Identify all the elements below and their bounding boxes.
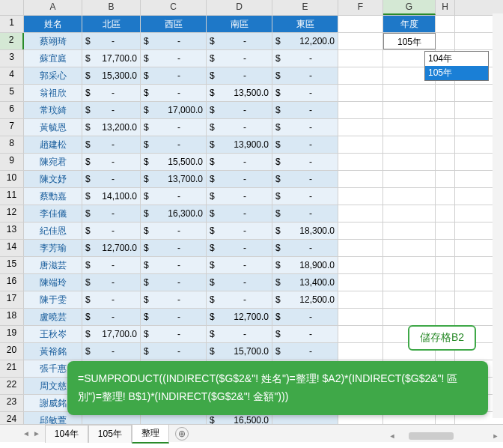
cell[interactable]	[436, 257, 455, 273]
data-cell[interactable]: $13,500.0	[207, 85, 272, 101]
cell[interactable]	[338, 309, 383, 325]
data-cell[interactable]: $12,500.0	[272, 291, 338, 308]
data-cell[interactable]: $-	[207, 205, 272, 222]
data-cell[interactable]: $-	[141, 291, 207, 308]
data-cell[interactable]: $17,700.0	[82, 326, 141, 342]
data-cell[interactable]: $-	[82, 291, 141, 308]
col-head-d[interactable]: D	[207, 0, 272, 15]
data-cell[interactable]: $-	[272, 240, 338, 256]
data-cell[interactable]: $-	[272, 119, 338, 136]
name-cell[interactable]: 黃裕銘	[24, 343, 82, 360]
data-cell[interactable]: $-	[207, 188, 272, 205]
col-head-f[interactable]: F	[338, 0, 383, 15]
cell[interactable]	[383, 119, 436, 136]
cell[interactable]	[383, 309, 436, 325]
row-num[interactable]: 14	[0, 240, 24, 256]
cell[interactable]	[383, 154, 436, 170]
name-cell[interactable]: 趙建松	[24, 136, 82, 153]
row-num[interactable]: 22	[0, 378, 24, 394]
data-cell[interactable]: $-	[82, 257, 141, 273]
name-cell[interactable]: 常玟綺	[24, 102, 82, 118]
data-cell[interactable]: $-	[207, 223, 272, 239]
data-cell[interactable]: $17,000.0	[141, 102, 207, 118]
cell[interactable]	[338, 16, 383, 32]
data-cell[interactable]: $-	[272, 50, 338, 67]
col-head-h[interactable]: H	[436, 0, 455, 15]
data-cell[interactable]: $17,700.0	[82, 50, 141, 67]
col-head-b[interactable]: B	[82, 0, 141, 15]
row-num[interactable]: 1	[0, 16, 24, 32]
cell[interactable]	[436, 291, 455, 308]
data-cell[interactable]: $-	[82, 274, 141, 291]
data-cell[interactable]: $-	[82, 102, 141, 118]
data-cell[interactable]: $13,400.0	[272, 274, 338, 291]
cell[interactable]	[338, 223, 383, 239]
row-num[interactable]: 16	[0, 274, 24, 291]
name-cell[interactable]: 紀佳恩	[24, 223, 82, 239]
cell[interactable]	[338, 33, 383, 49]
cell[interactable]	[338, 67, 383, 84]
name-cell[interactable]: 陳于雯	[24, 291, 82, 308]
scroll-right-icon[interactable]: ►	[491, 432, 500, 440]
cell[interactable]	[338, 291, 383, 308]
data-cell[interactable]: $13,700.0	[141, 171, 207, 187]
name-cell[interactable]: 郭采心	[24, 67, 82, 84]
data-cell[interactable]: $-	[141, 240, 207, 256]
data-cell[interactable]: $-	[141, 309, 207, 325]
cell[interactable]	[338, 50, 383, 67]
data-cell[interactable]: $14,100.0	[82, 188, 141, 205]
row-num[interactable]: 10	[0, 171, 24, 187]
cell[interactable]	[383, 171, 436, 187]
name-cell[interactable]: 蘇宜庭	[24, 50, 82, 67]
data-cell[interactable]: $-	[141, 257, 207, 273]
row-num[interactable]: 15	[0, 257, 24, 273]
cell[interactable]	[436, 171, 455, 187]
data-cell[interactable]: $-	[82, 223, 141, 239]
row-num[interactable]: 7	[0, 119, 24, 136]
cell[interactable]	[338, 119, 383, 136]
data-cell[interactable]: $-	[272, 171, 338, 187]
data-cell[interactable]: $-	[272, 67, 338, 84]
cell[interactable]	[338, 205, 383, 222]
tab-104[interactable]: 104年	[45, 425, 88, 443]
name-cell[interactable]: 黃毓恩	[24, 119, 82, 136]
data-cell[interactable]: $-	[82, 85, 141, 101]
row-num[interactable]: 19	[0, 326, 24, 342]
hdr-south[interactable]: 南區	[207, 16, 272, 32]
data-cell[interactable]: $-	[207, 240, 272, 256]
hdr-north[interactable]: 北區	[82, 16, 141, 32]
row-num[interactable]: 12	[0, 205, 24, 222]
cell[interactable]	[383, 188, 436, 205]
row-num[interactable]: 23	[0, 395, 24, 411]
cell[interactable]	[436, 33, 455, 49]
cell[interactable]	[383, 274, 436, 291]
row-num[interactable]: 9	[0, 154, 24, 170]
data-cell[interactable]: $-	[207, 154, 272, 170]
data-cell[interactable]: $-	[141, 50, 207, 67]
row-num[interactable]: 11	[0, 188, 24, 205]
year-option-104[interactable]: 104年	[425, 52, 488, 66]
name-cell[interactable]: 陳文妤	[24, 171, 82, 187]
data-cell[interactable]: $12,200.0	[272, 33, 338, 49]
data-cell[interactable]: $-	[207, 50, 272, 67]
data-cell[interactable]: $-	[82, 136, 141, 153]
data-cell[interactable]: $-	[82, 171, 141, 187]
data-cell[interactable]: $-	[207, 274, 272, 291]
cell[interactable]	[383, 85, 436, 101]
name-cell[interactable]: 陳宛君	[24, 154, 82, 170]
data-cell[interactable]: $13,200.0	[82, 119, 141, 136]
data-cell[interactable]: $-	[272, 136, 338, 153]
cell[interactable]	[436, 223, 455, 239]
cell[interactable]	[338, 274, 383, 291]
hdr-year[interactable]: 年度	[383, 16, 436, 32]
name-cell[interactable]: 王秋岑	[24, 326, 82, 342]
cell[interactable]	[338, 343, 383, 360]
data-cell[interactable]: $-	[82, 309, 141, 325]
cell[interactable]	[383, 205, 436, 222]
data-cell[interactable]: $-	[207, 67, 272, 84]
name-cell[interactable]: 翁祖欣	[24, 85, 82, 101]
col-head-e[interactable]: E	[272, 0, 338, 15]
data-cell[interactable]: $12,700.0	[82, 240, 141, 256]
cell[interactable]	[383, 223, 436, 239]
name-cell[interactable]: 盧曉芸	[24, 309, 82, 325]
